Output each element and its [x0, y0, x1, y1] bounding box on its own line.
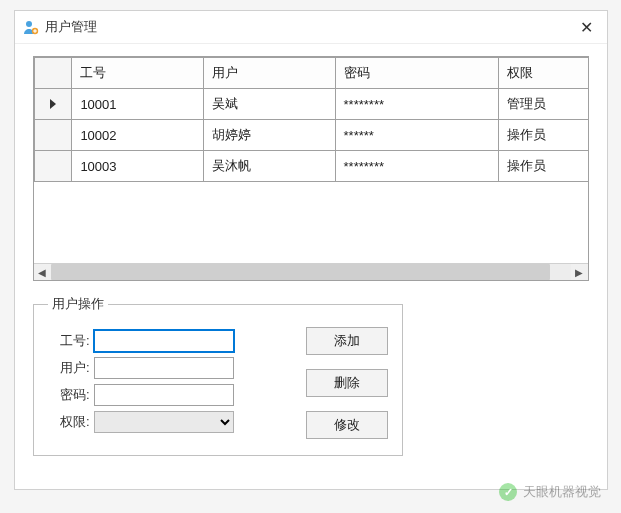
row-indicator: [34, 120, 72, 151]
scroll-track[interactable]: [51, 264, 571, 280]
col-header-user[interactable]: 用户: [203, 58, 335, 89]
cell-id[interactable]: 10001: [72, 89, 204, 120]
cell-password[interactable]: ******: [335, 120, 498, 151]
col-header-role[interactable]: 权限: [498, 58, 588, 89]
cell-role[interactable]: 操作员: [498, 151, 588, 182]
label-role: 权限:: [48, 413, 90, 431]
cell-password[interactable]: ********: [335, 89, 498, 120]
cell-user[interactable]: 胡婷婷: [203, 120, 335, 151]
label-user: 用户:: [48, 359, 90, 377]
cell-role[interactable]: 管理员: [498, 89, 588, 120]
row-header-corner: [34, 58, 72, 89]
close-button[interactable]: ✕: [577, 17, 597, 37]
cell-user[interactable]: 吴沐帆: [203, 151, 335, 182]
col-header-password[interactable]: 密码: [335, 58, 498, 89]
delete-button[interactable]: 删除: [306, 369, 388, 397]
cell-role[interactable]: 操作员: [498, 120, 588, 151]
label-password: 密码:: [48, 386, 90, 404]
password-input[interactable]: [94, 384, 234, 406]
svg-rect-3: [33, 30, 37, 31]
modify-button[interactable]: 修改: [306, 411, 388, 439]
row-indicator: [34, 151, 72, 182]
ops-buttons: 添加 删除 修改: [306, 327, 388, 439]
table-row[interactable]: 10001 吴斌 ******** 管理员: [34, 89, 589, 120]
table-row[interactable]: 10002 胡婷婷 ****** 操作员: [34, 120, 589, 151]
user-grid[interactable]: 工号 用户 密码 权限 10001 吴斌 ******** 管理员: [34, 57, 589, 182]
titlebar: 用户管理 ✕: [15, 11, 607, 44]
id-input[interactable]: [94, 330, 234, 352]
close-icon: ✕: [580, 18, 593, 37]
cell-password[interactable]: ********: [335, 151, 498, 182]
svg-point-0: [26, 21, 32, 27]
dialog-body: 工号 用户 密码 权限 10001 吴斌 ******** 管理员: [15, 44, 607, 474]
add-button[interactable]: 添加: [306, 327, 388, 355]
row-active-indicator: [34, 89, 72, 120]
table-row[interactable]: 10003 吴沐帆 ******** 操作员: [34, 151, 589, 182]
scroll-left-icon[interactable]: ◀: [34, 264, 51, 281]
cell-id[interactable]: 10003: [72, 151, 204, 182]
ops-fields: 工号: 用户: 密码: 权限:: [48, 325, 280, 439]
scroll-right-icon[interactable]: ▶: [571, 264, 588, 281]
user-input[interactable]: [94, 357, 234, 379]
dialog-user-management: 用户管理 ✕ 工号 用户 密码 权限: [14, 10, 608, 490]
cell-id[interactable]: 10002: [72, 120, 204, 151]
window-title: 用户管理: [45, 18, 577, 36]
horizontal-scrollbar[interactable]: ◀ ▶: [34, 263, 588, 280]
cell-user[interactable]: 吴斌: [203, 89, 335, 120]
user-icon: [23, 19, 39, 35]
label-id: 工号:: [48, 332, 90, 350]
col-header-id[interactable]: 工号: [72, 58, 204, 89]
role-select[interactable]: [94, 411, 234, 433]
scroll-thumb[interactable]: [51, 264, 550, 280]
caret-right-icon: [50, 99, 56, 109]
ops-legend: 用户操作: [48, 295, 108, 313]
user-operations-group: 用户操作 工号: 用户: 密码: 权限:: [33, 295, 403, 456]
user-grid-container: 工号 用户 密码 权限 10001 吴斌 ******** 管理员: [33, 56, 589, 281]
